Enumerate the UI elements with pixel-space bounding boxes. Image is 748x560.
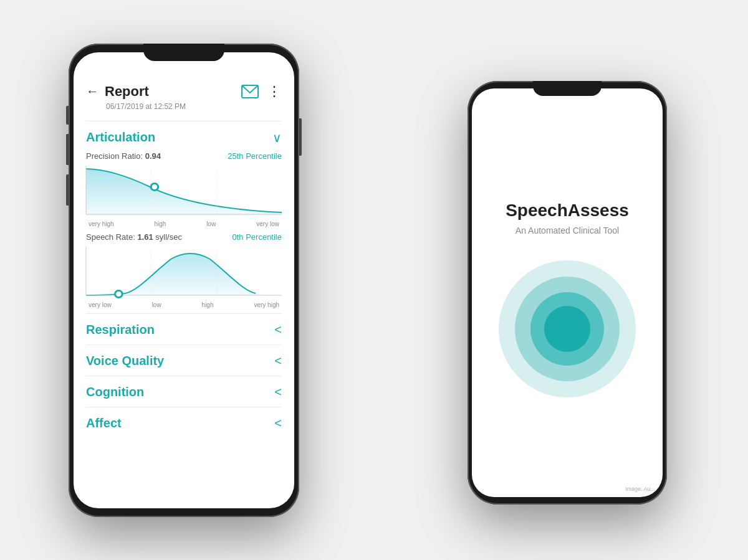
voice-quality-section: Voice Quality < [86, 344, 282, 374]
circle-inner [544, 306, 590, 352]
chart2-labels: very low low high very high [86, 301, 282, 308]
articulation-title: Articulation [86, 130, 155, 145]
report-screen: ← Report ⋮ 06/17/2019 at 12:52 PM [74, 52, 294, 508]
svg-point-12 [116, 292, 121, 297]
scene: ← Report ⋮ 06/17/2019 at 12:52 PM [31, 12, 717, 548]
phone-left-screen: ← Report ⋮ 06/17/2019 at 12:52 PM [74, 52, 294, 508]
phone-right: SpeechAssess An Automated Clinical Tool … [467, 81, 667, 505]
mail-icon[interactable] [241, 85, 259, 98]
precision-value: 0.94 [145, 151, 161, 161]
phone-right-screen: SpeechAssess An Automated Clinical Tool … [472, 88, 663, 497]
precision-ratio-row: Precision Ratio: 0.94 25th Percentile [86, 151, 282, 161]
affect-chevron[interactable]: < [274, 416, 282, 430]
precision-label: Precision Ratio: 0.94 [86, 151, 161, 161]
app-title: SpeechAssess [506, 201, 629, 221]
watermark: Image: Au... [625, 486, 655, 492]
speech-rate-label: Speech Rate: 1.61 syll/sec [86, 232, 182, 242]
notch-left [143, 44, 224, 61]
back-button[interactable]: ← [86, 84, 98, 98]
affect-title: Affect [86, 416, 122, 430]
report-header-left: ← Report [86, 83, 149, 100]
articulation-chevron[interactable]: ∨ [272, 130, 282, 145]
notch-right [533, 81, 602, 96]
respiration-title: Respiration [86, 323, 155, 337]
speech-rate-value: 1.61 [137, 232, 153, 242]
voice-quality-header[interactable]: Voice Quality < [86, 344, 282, 374]
app-subtitle: An Automated Clinical Tool [515, 225, 619, 235]
speech-rate-percentile: 0th Percentile [233, 232, 282, 242]
voice-quality-chevron[interactable]: < [274, 354, 282, 368]
affect-header[interactable]: Affect < [86, 407, 282, 437]
report-title: Report [105, 83, 149, 100]
more-menu-button[interactable]: ⋮ [267, 83, 282, 100]
voice-quality-title: Voice Quality [86, 354, 164, 368]
speech-rate-row: Speech Rate: 1.61 syll/sec 0th Percentil… [86, 232, 282, 242]
respiration-section: Respiration < [86, 313, 282, 343]
cognition-chevron[interactable]: < [274, 385, 282, 399]
report-header: ← Report ⋮ [86, 83, 282, 100]
chart2-container: very low low high very high [86, 247, 282, 308]
cognition-section: Cognition < [86, 376, 282, 406]
affect-section: Affect < [86, 407, 282, 437]
phone-left: ← Report ⋮ 06/17/2019 at 12:52 PM [69, 44, 299, 517]
speech-rate-unit: syll/sec [155, 232, 182, 242]
articulation-chart1 [86, 166, 282, 216]
report-date: 06/17/2019 at 12:52 PM [106, 102, 282, 111]
articulation-chart2 [86, 247, 282, 297]
report-header-right: ⋮ [241, 83, 282, 100]
respiration-chevron[interactable]: < [274, 323, 282, 337]
cognition-title: Cognition [86, 385, 144, 399]
articulation-section: Articulation ∨ Precision Ratio: 0.94 25t… [86, 121, 282, 308]
chart1-labels: very high high low very low [86, 221, 282, 227]
cognition-header[interactable]: Cognition < [86, 376, 282, 406]
concentric-circles [499, 260, 636, 397]
articulation-header[interactable]: Articulation ∨ [86, 121, 282, 151]
precision-percentile: 25th Percentile [228, 151, 282, 161]
chart1-container: very high high low very low [86, 166, 282, 227]
respiration-header[interactable]: Respiration < [86, 313, 282, 343]
svg-point-6 [152, 184, 157, 189]
splash-screen: SpeechAssess An Automated Clinical Tool [472, 88, 663, 497]
